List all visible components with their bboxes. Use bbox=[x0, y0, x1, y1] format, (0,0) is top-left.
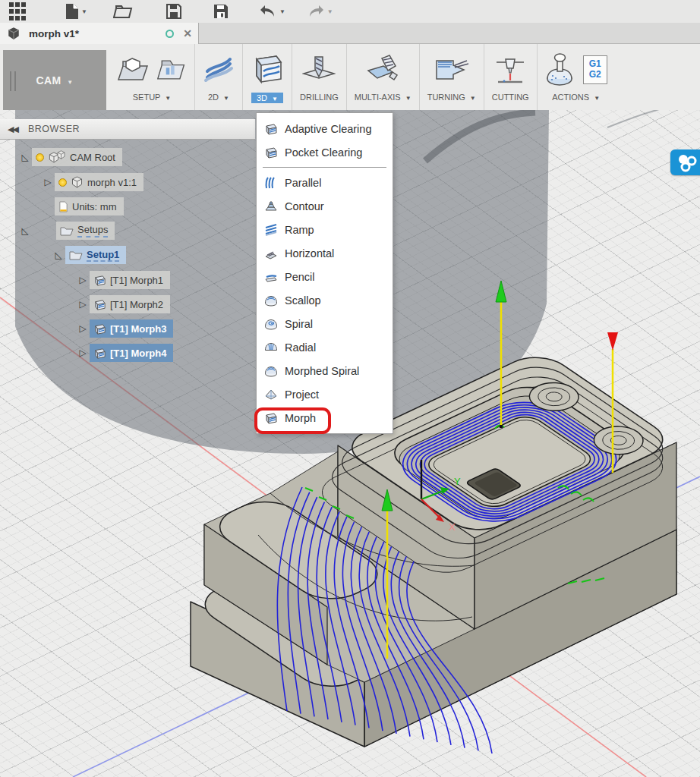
save-as-icon[interactable] bbox=[210, 2, 232, 21]
new-file-icon[interactable]: ▼ bbox=[62, 2, 90, 21]
ribbon-grip-handle[interactable] bbox=[10, 71, 16, 91]
document-tabbar: morph v1* ✕ bbox=[0, 23, 700, 44]
cam-ribbon: CAM ▼ SETUP ▼ bbox=[0, 44, 700, 110]
sync-status-icon bbox=[166, 30, 174, 38]
visibility-bulb-icon[interactable] bbox=[36, 153, 44, 162]
menu-item-radial[interactable]: Radial bbox=[257, 335, 393, 359]
menu-item-adaptive-clearing[interactable]: Adaptive Clearing bbox=[257, 117, 393, 140]
menu-item-contour[interactable]: Contour bbox=[257, 194, 393, 218]
tree-row-setups[interactable]: ◺ Setups bbox=[18, 221, 115, 241]
expand-icon[interactable]: ◺ bbox=[52, 250, 65, 260]
horizontal-icon bbox=[264, 247, 278, 260]
menu-item-project[interactable]: Project bbox=[257, 382, 393, 406]
ribbon-group-2d[interactable]: 2D ▼ bbox=[195, 44, 243, 110]
tree-row-units[interactable]: Units: mm bbox=[55, 197, 124, 216]
expand-icon[interactable]: ▷ bbox=[76, 299, 90, 310]
new-folder-icon bbox=[156, 56, 187, 83]
menu-item-morph[interactable]: Morph bbox=[257, 406, 393, 429]
y-axis-label: Y bbox=[454, 476, 461, 487]
document-title: morph v1* bbox=[29, 28, 166, 39]
parallel-icon bbox=[264, 176, 278, 190]
post-process-g1g2-icon: G1G2 bbox=[583, 55, 607, 84]
menu-item-pencil[interactable]: Pencil bbox=[257, 265, 393, 288]
tree-row-morph2[interactable]: ▷ [T1] Morph2 bbox=[76, 294, 170, 314]
menu-item-spiral[interactable]: Spiral bbox=[257, 312, 393, 335]
ribbon-group-setup[interactable]: SETUP ▼ bbox=[106, 44, 195, 110]
menu-item-parallel[interactable]: Parallel bbox=[257, 171, 393, 194]
tab-close-icon[interactable]: ✕ bbox=[183, 27, 192, 39]
expand-icon[interactable]: ◺ bbox=[18, 152, 32, 162]
contour-icon bbox=[264, 200, 278, 213]
menu-item-horizontal[interactable]: Horizontal bbox=[257, 241, 393, 265]
app-toolbar: ▼ ▼ ▼ bbox=[0, 0, 700, 23]
collaboration-badge[interactable] bbox=[670, 149, 700, 175]
ribbon-group-cutting[interactable]: CUTTING bbox=[484, 44, 538, 110]
workspace-caret-icon: ▼ bbox=[67, 79, 73, 86]
ribbon-group-actions[interactable]: G1G2 ACTIONS ▼ bbox=[538, 44, 615, 110]
expand-icon[interactable]: ▷ bbox=[76, 275, 90, 285]
3d-milling-icon bbox=[251, 53, 284, 87]
cutting-icon bbox=[495, 53, 525, 87]
browser-panel-title: BROWSER bbox=[28, 124, 80, 134]
new-setup-icon bbox=[117, 55, 150, 84]
ribbon-group-drilling[interactable]: DRILLING bbox=[292, 44, 347, 110]
collab-trefoil-icon bbox=[676, 153, 698, 172]
tree-row-cam-root[interactable]: ◺ CAM Root bbox=[18, 147, 122, 167]
open-file-icon[interactable] bbox=[110, 2, 136, 21]
scallop-icon bbox=[264, 294, 278, 307]
pencil-icon bbox=[264, 270, 278, 284]
tree-row-morph3[interactable]: ▷ [T1] Morph3 bbox=[76, 319, 173, 338]
x-axis-label: X bbox=[449, 521, 456, 533]
tree-row-morph1[interactable]: ▷ [T1] Morph1 bbox=[76, 270, 170, 290]
morph-icon bbox=[264, 411, 278, 425]
morphed-spiral-icon bbox=[264, 364, 278, 378]
ribbon-group-3d[interactable]: 3D ▼ bbox=[243, 44, 292, 110]
expand-icon[interactable]: ▷ bbox=[76, 348, 90, 358]
tree-row-morph4[interactable]: ▷ [T1] Morph4 bbox=[76, 343, 173, 363]
tree-row-morph-v1[interactable]: ▷ morph v1:1 bbox=[41, 172, 143, 192]
redo-icon[interactable]: ▼ bbox=[304, 2, 336, 21]
multi-axis-icon bbox=[365, 54, 400, 86]
workspace-switcher[interactable]: CAM ▼ bbox=[3, 50, 106, 110]
menu-separator bbox=[263, 167, 386, 168]
project-icon bbox=[264, 388, 278, 401]
spiral-icon bbox=[264, 317, 278, 331]
expand-icon[interactable]: ▷ bbox=[76, 323, 90, 334]
ramp-icon bbox=[264, 223, 278, 237]
adaptive-clearing-icon bbox=[264, 122, 278, 136]
save-icon[interactable] bbox=[163, 2, 184, 21]
tree-row-setup1[interactable]: ◺ Setup1 bbox=[52, 245, 126, 265]
menu-item-ramp[interactable]: Ramp bbox=[257, 218, 393, 241]
red-plunge-arrow-icon bbox=[607, 332, 618, 351]
radial-icon bbox=[264, 341, 278, 354]
browser-panel-header: ◀◀ BROWSER bbox=[0, 119, 255, 140]
ribbon-group-turning[interactable]: TURNING ▼ bbox=[420, 44, 484, 110]
ribbon-group-multiaxis[interactable]: MULTI-AXIS ▼ bbox=[347, 44, 420, 110]
workspace-label: CAM bbox=[36, 74, 61, 87]
visibility-bulb-icon[interactable] bbox=[58, 178, 67, 187]
waffle-menu-icon[interactable] bbox=[6, 2, 33, 21]
document-cube-icon bbox=[6, 27, 21, 40]
undo-icon[interactable]: ▼ bbox=[256, 2, 289, 21]
menu-item-scallop[interactable]: Scallop bbox=[257, 288, 393, 312]
3d-operations-menu: Adaptive Clearing Pocket Clearing Parall… bbox=[256, 112, 393, 434]
turning-icon bbox=[434, 55, 470, 85]
drilling-icon bbox=[302, 54, 336, 86]
menu-item-morphed-spiral[interactable]: Morphed Spiral bbox=[257, 359, 393, 382]
pocket-clearing-icon bbox=[264, 146, 278, 159]
expand-icon[interactable]: ▷ bbox=[41, 177, 55, 187]
expand-icon[interactable]: ◺ bbox=[18, 225, 32, 236]
document-tab[interactable]: morph v1* ✕ bbox=[0, 23, 199, 44]
3d-viewport[interactable]: Y X ◀◀ BROWSER ◺ CAM Root ▷ morph v1:1 U… bbox=[0, 110, 700, 777]
2d-milling-icon bbox=[203, 55, 235, 85]
browser-collapse-icon[interactable]: ◀◀ bbox=[8, 124, 17, 134]
menu-item-pocket-clearing[interactable]: Pocket Clearing bbox=[257, 140, 393, 164]
actions-joystick-icon bbox=[545, 53, 577, 87]
